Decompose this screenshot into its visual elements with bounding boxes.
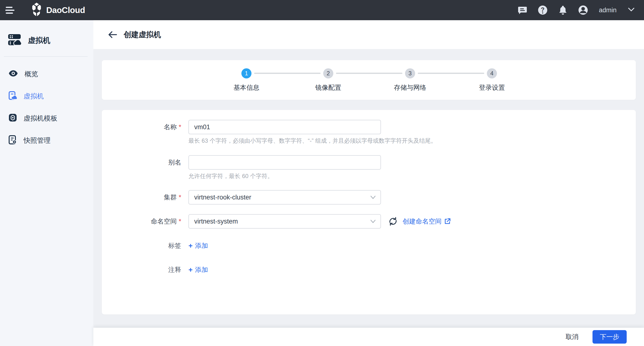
eye-icon xyxy=(9,70,18,78)
daocloud-logo: DaoCloud xyxy=(30,3,85,18)
vm-module-icon xyxy=(8,34,22,47)
stepper: 1 2 3 4 基本信息 镜像配置 存储与网络 登录设置 xyxy=(102,60,636,100)
sidebar: 虚拟机 概览 虚拟机 xyxy=(0,20,94,346)
refresh-icon[interactable] xyxy=(388,216,398,227)
sidebar-item-virtual-machines[interactable]: 虚拟机 xyxy=(0,85,94,107)
sidebar-item-label: 概览 xyxy=(24,70,38,79)
required-asterisk: * xyxy=(178,194,181,201)
header-actions: ? admin xyxy=(518,5,634,15)
step-3-circle: 3 xyxy=(405,68,415,78)
feedback-icon[interactable] xyxy=(518,5,528,15)
plus-icon: + xyxy=(188,242,193,249)
sidebar-item-snapshots[interactable]: 快照管理 xyxy=(0,130,94,152)
next-step-button[interactable]: 下一步 xyxy=(592,330,627,344)
sidebar-title-label: 虚拟机 xyxy=(28,35,50,46)
create-namespace-link[interactable]: 创建命名空间 xyxy=(402,217,451,226)
step-connector xyxy=(418,73,484,74)
menu-toggle-icon[interactable] xyxy=(4,4,19,16)
app-header: DaoCloud ? xyxy=(0,0,644,20)
step-connector xyxy=(336,73,402,74)
username-label[interactable]: admin xyxy=(599,6,616,14)
alias-input[interactable] xyxy=(188,155,381,170)
basic-info-form: 名称* 最长 63 个字符，必须由小写字母、数字字符、“-” 组成，并且必须以字… xyxy=(102,110,636,314)
external-link-icon xyxy=(444,218,451,225)
form-row-cluster: 集群* virtnest-rook-cluster xyxy=(102,190,626,204)
chevron-down-icon xyxy=(370,196,376,199)
required-asterisk: * xyxy=(178,218,181,225)
cluster-select[interactable]: virtnest-rook-cluster xyxy=(188,190,381,204)
step-1-label: 基本信息 xyxy=(206,83,287,92)
sidebar-nav: 概览 虚拟机 虚拟机模板 xyxy=(0,63,94,152)
cluster-select-value: virtnest-rook-cluster xyxy=(194,194,251,201)
step-1-circle: 1 xyxy=(242,68,252,78)
cluster-label: 集群* xyxy=(102,190,181,202)
name-label: 名称* xyxy=(102,120,181,131)
page-title: 创建虚拟机 xyxy=(124,30,161,40)
form-row-labels: 标签 + 添加 xyxy=(102,241,626,250)
namespace-select-value: virtnest-system xyxy=(194,218,238,225)
step-connector xyxy=(254,73,320,74)
chevron-down-icon[interactable] xyxy=(628,8,634,12)
help-icon[interactable]: ? xyxy=(538,5,548,15)
cancel-button[interactable]: 取消 xyxy=(566,332,578,341)
daocloud-logo-icon xyxy=(30,3,43,18)
step-3-label: 存储与网络 xyxy=(369,83,451,92)
sidebar-item-overview[interactable]: 概览 xyxy=(0,63,94,85)
name-input[interactable] xyxy=(188,120,381,134)
step-2-label: 镜像配置 xyxy=(287,83,369,92)
sidebar-item-label: 虚拟机 xyxy=(24,92,44,101)
sidebar-divider xyxy=(4,56,88,57)
step-2-circle: 2 xyxy=(323,68,333,78)
template-box-icon xyxy=(9,113,17,124)
svg-text:?: ? xyxy=(541,6,544,13)
namespace-label: 命名空间* xyxy=(102,214,181,226)
footer-action-bar: 取消 下一步 xyxy=(94,328,644,346)
sidebar-item-label: 虚拟机模板 xyxy=(24,114,57,123)
namespace-select[interactable]: virtnest-system xyxy=(188,214,381,228)
page-header: 创建虚拟机 xyxy=(94,20,644,49)
form-row-name: 名称* 最长 63 个字符，必须由小写字母、数字字符、“-” 组成，并且必须以字… xyxy=(102,120,626,145)
chevron-down-icon xyxy=(370,220,376,223)
add-annotation-button[interactable]: + 添加 xyxy=(188,265,208,274)
annotations-label: 注释 xyxy=(102,265,181,274)
plus-icon: + xyxy=(188,266,193,273)
user-avatar[interactable] xyxy=(578,5,588,15)
step-4-circle: 4 xyxy=(487,68,497,78)
sidebar-title: 虚拟机 xyxy=(0,20,94,49)
back-arrow-icon[interactable] xyxy=(107,29,118,40)
alias-label: 别名 xyxy=(102,155,181,167)
snapshot-doc-icon xyxy=(9,135,17,146)
sidebar-item-vm-templates[interactable]: 虚拟机模板 xyxy=(0,107,94,130)
step-4-label: 登录设置 xyxy=(451,83,533,92)
form-row-alias: 别名 允许任何字符，最长 60 个字符。 xyxy=(102,155,626,180)
name-helper-text: 最长 63 个字符，必须由小写字母、数字字符、“-” 组成，并且必须以字母或数字… xyxy=(188,137,436,145)
add-label-button[interactable]: + 添加 xyxy=(188,241,208,250)
vm-doc-cloud-icon xyxy=(9,91,17,102)
sidebar-item-label: 快照管理 xyxy=(24,136,50,145)
required-asterisk: * xyxy=(178,124,181,131)
logo-text: DaoCloud xyxy=(46,5,85,15)
main-content: 1 2 3 4 基本信息 镜像配置 存储与网络 登录设置 名称* 最长 63 个… xyxy=(94,49,644,328)
notifications-bell-icon[interactable] xyxy=(558,5,568,15)
form-row-annotations: 注释 + 添加 xyxy=(102,265,626,274)
labels-label: 标签 xyxy=(102,241,181,250)
form-row-namespace: 命名空间* virtnest-system 创建命名空间 xyxy=(102,214,626,228)
alias-helper-text: 允许任何字符，最长 60 个字符。 xyxy=(188,172,381,180)
